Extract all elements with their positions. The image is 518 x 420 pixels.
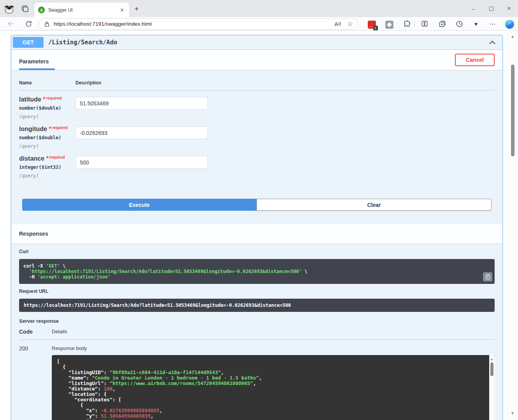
param-name: longitude *required (19, 126, 76, 133)
page-scrollbar[interactable]: ▲ ▼ (507, 31, 517, 420)
browser-titlebar: {} Swagger UI × + – × (0, 0, 518, 17)
longitude-input[interactable] (76, 126, 208, 139)
cancel-button[interactable]: Cancel (455, 54, 495, 66)
workspace-extension-icon[interactable] (384, 19, 394, 30)
param-name: distance *required (19, 155, 76, 162)
http-method-badge: GET (13, 37, 44, 48)
lock-icon (44, 21, 50, 27)
collections-icon[interactable] (437, 19, 447, 29)
param-location: (query) (19, 114, 76, 119)
opblock-get: GET /Listing/Search/Ado Parameters Cance… (11, 35, 503, 420)
maximize-icon (489, 7, 493, 11)
tab-parameters[interactable]: Parameters (19, 58, 55, 70)
status-code: 200 (19, 345, 52, 420)
tab-close-button[interactable]: × (119, 7, 125, 14)
required-label: required (46, 96, 62, 100)
required-label: required (49, 155, 65, 159)
tab-title: Swagger UI (48, 7, 119, 13)
clear-button[interactable]: Clear (256, 199, 492, 211)
more-options-icon[interactable]: ⋯ (488, 19, 498, 29)
scroll-up-icon[interactable]: ▲ (489, 357, 495, 362)
param-name: latitude *required (19, 96, 76, 103)
favorites-star-icon[interactable]: ☆ (347, 20, 353, 28)
response-body-label: Response body (52, 345, 495, 351)
close-window-button[interactable]: × (500, 0, 518, 17)
endpoint-path: /Listing/Search/Ado (48, 39, 117, 46)
details-column-header: Details (52, 329, 67, 335)
execute-button[interactable]: Execute (22, 199, 256, 211)
param-row-latitude: latitude *required number($double) (quer… (19, 96, 495, 119)
url-text[interactable]: https://localhost:7191/swagger/index.htm… (54, 21, 334, 27)
copilot-icon[interactable] (504, 19, 514, 29)
request-url-label: Request URL (19, 289, 495, 294)
responses-section-header: Responses (11, 224, 502, 243)
curl-label: Curl (19, 249, 495, 254)
param-location: (query) (19, 144, 76, 149)
request-url-block[interactable]: https://localhost:7191/Listing/Search/Ad… (19, 299, 495, 312)
history-icon[interactable] (454, 19, 464, 29)
maximize-button[interactable] (482, 0, 500, 17)
page-scrollbar-thumb[interactable] (511, 65, 514, 156)
response-body-block[interactable]: [ { "listingUID": "9bf09a21-c684-411d-a1… (52, 355, 495, 420)
profile-avatar[interactable] (4, 3, 15, 14)
description-column-header: Description (76, 80, 101, 86)
param-row-distance: distance *required integer($int32) (quer… (19, 155, 495, 178)
page-content: GET /Listing/Search/Ado Parameters Cance… (0, 31, 518, 420)
responses-body: Curl curl -X 'GET' \ 'https://localhost:… (11, 243, 502, 420)
distance-input[interactable] (76, 156, 208, 169)
minimize-button[interactable]: – (464, 0, 482, 17)
required-label: required (52, 126, 68, 130)
curl-command-block[interactable]: curl -X 'GET' \ 'https://localhost:7191/… (19, 259, 495, 284)
browser-toolbar: https://localhost:7191/swagger/index.htm… (0, 17, 518, 31)
new-tab-button[interactable]: + (132, 4, 142, 14)
extensions-puzzle-icon[interactable] (402, 19, 412, 29)
password-extension-icon[interactable]: ... 2 (367, 19, 377, 30)
response-body-scrollbar[interactable]: ▲ (489, 355, 495, 420)
parameters-body: Name Description latitude *required numb… (11, 70, 502, 224)
parameters-table-header: Name Description (19, 76, 495, 91)
param-location: (query) (19, 173, 76, 178)
parameters-section-header: Parameters Cancel (11, 50, 502, 70)
response-row-200: 200 Response body [ { "listingUID": "9bf… (19, 345, 495, 420)
param-type: number($double) (19, 135, 76, 140)
read-aloud-icon[interactable]: A (334, 21, 341, 27)
latitude-input[interactable] (76, 97, 208, 110)
address-bar[interactable]: https://localhost:7191/swagger/index.htm… (39, 18, 358, 30)
back-button[interactable] (6, 19, 16, 29)
execute-row: Execute Clear (22, 199, 492, 211)
split-screen-icon[interactable] (420, 19, 430, 29)
collapse-chevron-icon[interactable] (488, 40, 496, 45)
copy-to-clipboard-icon[interactable] (483, 272, 492, 282)
response-table-header: Code Details (19, 329, 495, 340)
code-column-header: Code (19, 329, 52, 335)
scroll-down-icon[interactable]: ▼ (508, 411, 517, 415)
server-response-label: Server response (19, 318, 495, 324)
param-row-longitude: longitude *required number($double) (que… (19, 126, 495, 149)
opblock-summary[interactable]: GET /Listing/Search/Ado (11, 35, 502, 50)
browser-tab[interactable]: {} Swagger UI × (34, 3, 129, 17)
scrollbar-thumb[interactable] (490, 362, 493, 376)
param-type: number($double) (19, 105, 76, 111)
tab-actions-icon[interactable] (21, 5, 30, 13)
refresh-button[interactable] (23, 19, 33, 29)
name-column-header: Name (19, 80, 76, 86)
extension-badge: 2 (373, 26, 378, 30)
browser-essentials-icon[interactable]: ♥ (471, 19, 481, 29)
param-type: integer($int32) (19, 164, 76, 170)
toolbar-divider (414, 21, 414, 27)
swagger-favicon-icon: {} (38, 7, 45, 13)
scroll-up-icon[interactable]: ▲ (508, 34, 517, 38)
